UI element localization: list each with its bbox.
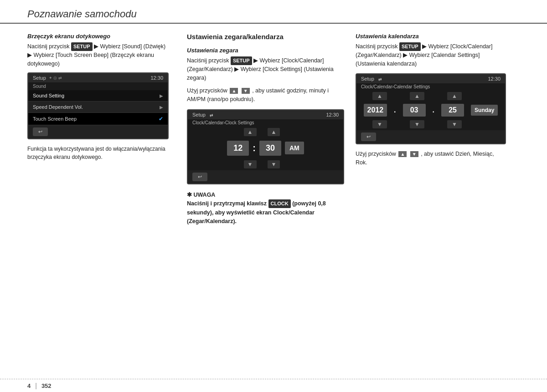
menu-item-sound-setting[interactable]: Sound Setting ▶ [28,90,168,102]
clock-screen-time: 12:30 [326,112,339,117]
cal-weekday-value: Sunday [471,105,498,116]
up-arrow-icon-mid: ▲ [230,88,238,94]
up-arrow-icon-right: ▲ [398,151,407,157]
clock-screen-header: Setup ⇄ 12:30 [188,110,343,119]
clock-sep: : [253,143,256,153]
cal-year-up[interactable]: ▲ [372,92,387,100]
clock-down-arrows: ▼ ▼ [188,158,343,170]
clock-screen-icon: ⇄ [210,113,213,117]
calendar-screen-mockup: Setup ⇄ 12:30 Clock/Calendar›Calendar Se… [356,73,506,144]
right-body-text2: Użyj przycisków ▲ ▼ , aby ustawić Dzień,… [356,150,506,167]
cal-month-value: 03 [403,104,426,117]
clock-value-row: 12 : 30 AM [188,138,343,158]
right-body-text1: Naciśnij przycisk SETUP ▶ Wybierz [Clock… [356,42,506,68]
setup-badge-left: SETUP [71,42,93,51]
clock-hour-up[interactable]: ▲ [244,128,257,136]
cal-day-value: 25 [441,104,464,117]
clock-hour-down[interactable]: ▼ [244,160,257,168]
mid-section-title: Ustawienia zegara/kalendarza [187,33,344,41]
down-arrow-icon-right: ▼ [410,151,418,157]
left-column: Brzęczyk ekranu dotykowego Naciśnij przy… [27,33,182,226]
clock-ampm-value: AM [285,142,304,154]
cal-back-bar: ↩ [356,130,505,143]
screen-icons-left: ✦ ◎ ⇄ [49,76,62,80]
cal-sep2: . [433,106,434,114]
cal-day-down[interactable]: ▼ [447,120,462,128]
page-footer: 4 | 352 [0,379,547,392]
page-title: Poznawanie samochodu [27,8,137,20]
note-header: ✱ UWAGA [187,191,344,199]
screen-time-left: 12:30 [150,75,163,81]
right-column: Ustawienia kalendarza Naciśnij przycisk … [356,33,506,226]
cal-year-value: 2012 [364,104,387,117]
screen-menu-label-left: Sound [28,82,168,90]
mid-sub-title: Ustawienia zegara [187,47,344,54]
main-content: Brzęczyk ekranu dotykowego Naciśnij przy… [0,33,547,226]
mid-body-text2: Użyj przycisków ▲ ▼ , aby ustawić godzin… [187,87,344,104]
cal-screen-icon: ⇄ [378,77,382,81]
footer-page-ref: 352 [41,382,52,389]
clock-up-arrows: ▲ ▲ [188,126,343,138]
left-section-title: Brzęczyk ekranu dotykowego [27,33,169,40]
check-touch-beep: ✔ [159,116,163,122]
clock-min-up[interactable]: ▲ [268,128,280,136]
clock-breadcrumb: Clock/Calendar›Clock Settings [188,119,343,126]
cal-month-down[interactable]: ▼ [410,120,424,128]
left-body-text: Naciśnij przycisk SETUP ▶ Wybierz [Sound… [27,42,169,68]
left-bottom-note: Funkcja ta wykorzystywana jest do włącza… [27,145,169,161]
screen-header-left: Setup ✦ ◎ ⇄ 12:30 [28,73,168,82]
clock-screen-mockup: Setup ⇄ 12:30 Clock/Calendar›Clock Setti… [187,109,344,184]
cal-back-btn[interactable]: ↩ [361,132,376,141]
clock-badge: CLOCK [268,199,291,208]
screen-title-left: Setup [33,75,46,81]
clock-min-down[interactable]: ▼ [268,160,280,168]
clock-back-bar: ↩ [188,170,343,183]
cal-screen-time: 12:30 [488,76,501,81]
menu-item-speed-vol[interactable]: Speed Dependent Vol. ▶ [28,102,168,113]
setup-badge-mid: SETUP [231,56,252,65]
right-section-title: Ustawienia kalendarza [356,33,506,40]
page-header: Poznawanie samochodu [0,0,547,24]
cal-sep1: . [394,106,396,114]
arrow-sound-setting: ▶ [160,93,163,98]
cal-month-up[interactable]: ▲ [410,92,424,100]
cal-day-up[interactable]: ▲ [447,92,462,100]
setup-badge-right: SETUP [399,42,421,51]
cal-screen-header: Setup ⇄ 12:30 [356,74,505,83]
arrow-speed-vol: ▶ [160,105,163,110]
cal-year-down[interactable]: ▼ [372,120,387,128]
cal-up-row: ▲ ▲ ▲ [356,90,505,102]
clock-hour-value: 12 [227,141,249,156]
down-arrow-icon-mid: ▼ [242,88,250,94]
note-body: Naciśnij i przytrzymaj klawisz CLOCK (po… [187,199,344,226]
note-box: ✱ UWAGA Naciśnij i przytrzymaj klawisz C… [187,191,344,226]
menu-item-touch-beep[interactable]: Touch Screen Beep ✔ [28,113,168,125]
clock-screen-title: Setup [192,112,206,117]
clock-min-value: 30 [259,141,281,156]
footer-page-num: 4 [27,382,31,389]
note-asterisk: ✱ UWAGA [187,192,215,198]
screen-back-btn-left[interactable]: ↩ [33,127,48,136]
mid-column: Ustawienia zegara/kalendarza Ustawienia … [182,33,356,226]
cal-breadcrumb: Clock/Calendar›Calendar Settings [356,83,505,90]
footer-separator: | [35,382,37,389]
screen-back-bar-left: ↩ [28,125,168,138]
cal-value-row: 2012 . 03 . 25 Sunday [356,102,505,118]
left-screen-mockup: Setup ✦ ◎ ⇄ 12:30 Sound Sound Setting ▶ … [27,72,169,139]
cal-screen-title: Setup [361,76,374,81]
mid-body-text1: Naciśnij przycisk SETUP ▶ Wybierz [Clock… [187,56,344,82]
cal-down-row: ▼ ▼ ▼ [356,118,505,130]
clock-back-btn[interactable]: ↩ [192,173,207,181]
